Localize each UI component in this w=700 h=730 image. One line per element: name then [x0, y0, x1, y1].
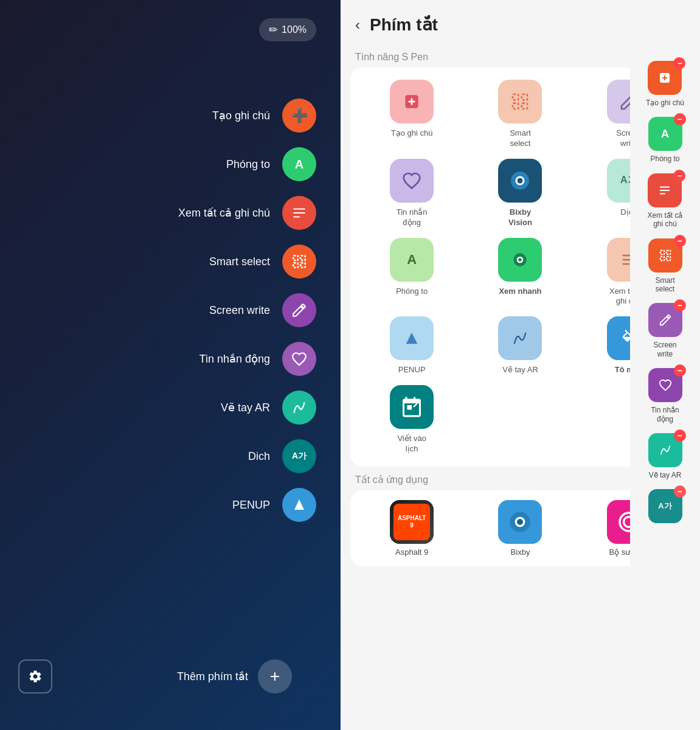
- page-title: Phím tắt: [370, 15, 438, 35]
- fr-label-xem-tat-ca: Xem tất cảghi chú: [647, 211, 682, 229]
- fr-remove-ve-tay-ar[interactable]: −: [674, 429, 686, 442]
- svg-marker-7: [294, 499, 304, 510]
- menu-item-ve-tay-ar[interactable]: Vẽ tay AR: [0, 383, 341, 432]
- menu-icon-xem-tat-ca: [282, 196, 316, 230]
- spen-item-smart-select[interactable]: Smartselect: [471, 80, 569, 149]
- menu-label-penup: PENUP: [232, 499, 270, 512]
- fr-item-screen-write[interactable]: − Screenwrite: [648, 303, 682, 358]
- fr-item-tin-nhan-dong[interactable]: − Tin nhắnđộng: [648, 368, 682, 423]
- spen-icon-bixby-vision: [498, 159, 542, 203]
- battery-indicator: ✏ 100%: [259, 18, 316, 41]
- svg-rect-2: [293, 216, 300, 217]
- fr-remove-dich-partial[interactable]: −: [674, 485, 686, 498]
- svg-rect-35: [666, 250, 670, 254]
- fr-item-tao-ghi-chu[interactable]: − Tạo ghi chú: [646, 61, 684, 107]
- svg-rect-6: [300, 263, 305, 268]
- menu-item-xem-tat-ca[interactable]: Xem tất cả ghi chú: [0, 189, 341, 237]
- menu-label-tin-nhan-dong: Tin nhắn động: [199, 352, 270, 366]
- add-shortcut-label: Thêm phím tắt: [177, 670, 248, 683]
- spen-item-tao-ghi-chu[interactable]: Tạo ghi chú: [362, 80, 461, 149]
- menu-icon-screen-write: [282, 293, 316, 327]
- spen-item-ve-tay-ar[interactable]: Vẽ tay AR: [471, 316, 569, 375]
- svg-rect-34: [660, 250, 664, 254]
- add-shortcut-button[interactable]: +: [258, 659, 292, 693]
- spen-item-viet-vao-lich[interactable]: Viết vàolịch: [362, 385, 461, 454]
- menu-list: Tạo ghi chú ➕ Phóng to A Xem tất cả ghi …: [0, 91, 341, 529]
- menu-item-dich[interactable]: Dich A가: [0, 432, 341, 481]
- spen-icon-ve-tay-ar: [498, 316, 542, 360]
- back-button[interactable]: ‹: [355, 16, 360, 33]
- menu-item-penup[interactable]: PENUP: [0, 481, 341, 529]
- fr-item-dich-partial[interactable]: A가 −: [648, 489, 682, 523]
- spen-label-tin-nhan-dong: Tin nhắnđộng: [397, 207, 428, 228]
- left-panel: ✏ 100% Tạo ghi chú ➕ Phóng to A Xem tất …: [0, 0, 341, 730]
- menu-icon-dich: A가: [282, 439, 316, 473]
- fr-item-smart-select[interactable]: − Smartselect: [648, 238, 682, 294]
- svg-rect-30: [664, 75, 665, 80]
- battery-percent: 100%: [282, 24, 307, 35]
- menu-label-phong-to: Phóng to: [226, 158, 270, 171]
- spen-icon-penup: [390, 316, 434, 360]
- svg-rect-33: [660, 193, 665, 194]
- fr-item-xem-tat-ca[interactable]: − Xem tất cảghi chú: [647, 173, 682, 229]
- menu-label-tao-ghi-chu: Tạo ghi chú: [212, 109, 270, 122]
- menu-label-dich: Dich: [248, 450, 270, 463]
- fr-remove-xem-tat-ca[interactable]: −: [673, 170, 685, 182]
- menu-icon-phong-to: A: [282, 147, 316, 181]
- fr-item-ve-tay-ar[interactable]: − Vẽ tay AR: [648, 433, 682, 479]
- spen-icon-tin-nhan-dong: [390, 159, 434, 203]
- svg-rect-36: [660, 256, 664, 260]
- fr-remove-tin-nhan-dong[interactable]: −: [674, 364, 686, 377]
- menu-item-tao-ghi-chu[interactable]: Tạo ghi chú ➕: [0, 91, 341, 140]
- menu-item-tin-nhan-dong[interactable]: Tin nhắn động: [0, 335, 341, 383]
- app-item-asphalt[interactable]: ASPHALT9 Asphalt 9: [360, 500, 463, 557]
- fr-label-phong-to: Phóng to: [650, 155, 679, 163]
- spen-item-tin-nhan-dong[interactable]: Tin nhắnđộng: [362, 159, 461, 228]
- fr-label-smart-select: Smartselect: [655, 276, 674, 294]
- svg-rect-0: [293, 208, 305, 209]
- svg-rect-23: [622, 263, 629, 264]
- spen-item-bixby-vision[interactable]: BixbyVision: [471, 159, 569, 228]
- spen-label-viet-vao-lich: Viết vàolịch: [397, 434, 426, 454]
- spen-item-penup[interactable]: PENUP: [362, 316, 461, 375]
- add-shortcut-area: Thêm phím tắt +: [177, 659, 292, 693]
- fr-remove-smart-select[interactable]: −: [674, 235, 686, 247]
- svg-rect-37: [666, 256, 670, 260]
- menu-label-smart-select: Smart select: [209, 255, 270, 268]
- spen-item-xem-nhanh[interactable]: Xem nhanh: [471, 238, 569, 307]
- fr-label-tao-ghi-chu: Tạo ghi chú: [646, 99, 684, 107]
- menu-item-phong-to[interactable]: Phóng to A: [0, 140, 341, 189]
- spen-item-phong-to[interactable]: A Phóng to: [362, 238, 461, 307]
- fr-label-tin-nhan-dong: Tin nhắnđộng: [651, 406, 679, 423]
- fr-label-screen-write: Screenwrite: [653, 341, 676, 358]
- spen-label-bixby-vision: BixbyVision: [508, 207, 532, 228]
- spen-icon-smart-select: [498, 80, 542, 123]
- svg-rect-3: [293, 255, 298, 260]
- app-label-asphalt: Asphalt 9: [395, 548, 428, 557]
- spen-icon-tao-ghi-chu: [390, 80, 434, 123]
- spen-label-xem-nhanh: Xem nhanh: [499, 287, 541, 297]
- menu-icon-smart-select: [282, 245, 316, 279]
- menu-label-xem-tat-ca: Xem tất cả ghi chú: [178, 206, 270, 220]
- svg-point-27: [517, 519, 523, 525]
- svg-rect-1: [293, 212, 305, 214]
- svg-rect-14: [522, 103, 527, 109]
- pen-icon: ✏: [269, 23, 278, 36]
- spen-label-ve-tay-ar: Vẽ tay AR: [502, 365, 538, 375]
- right-panel-wrapper: ‹ Phím tắt Tính năng S Pen Tạo ghi chú: [341, 0, 700, 730]
- spen-label-smart-select: Smartselect: [510, 128, 531, 149]
- fr-remove-tao-ghi-chu[interactable]: −: [673, 57, 685, 69]
- svg-point-17: [518, 178, 523, 183]
- svg-point-20: [519, 258, 522, 261]
- menu-item-screen-write[interactable]: Screen write: [0, 286, 341, 335]
- app-item-bixby[interactable]: Bixby: [468, 500, 572, 557]
- settings-button[interactable]: [18, 659, 52, 693]
- app-icon-asphalt: ASPHALT9: [390, 500, 434, 544]
- spen-icon-viet-vao-lich: [390, 385, 434, 429]
- fr-label-ve-tay-ar: Vẽ tay AR: [649, 471, 682, 479]
- fr-remove-phong-to[interactable]: −: [674, 113, 686, 125]
- fr-remove-screen-write[interactable]: −: [674, 299, 686, 311]
- menu-icon-tin-nhan-dong: [282, 342, 316, 376]
- fr-item-phong-to[interactable]: A − Phóng to: [648, 117, 682, 163]
- menu-item-smart-select[interactable]: Smart select: [0, 237, 341, 286]
